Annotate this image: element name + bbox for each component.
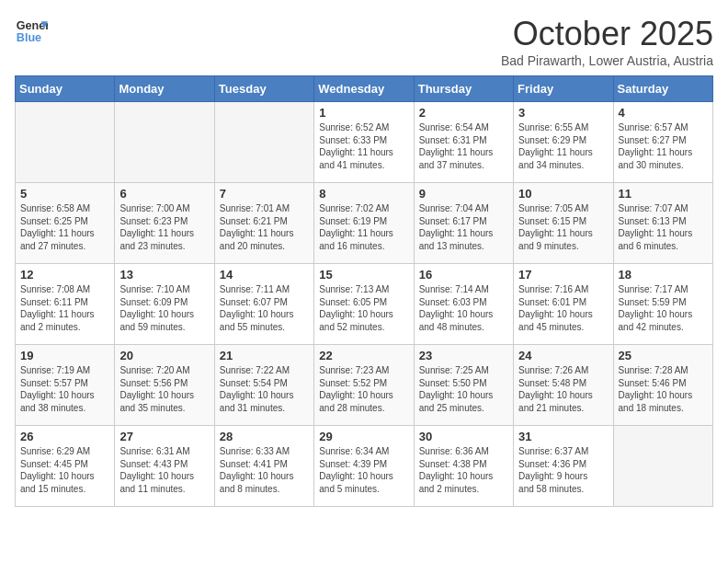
day-number: 27 xyxy=(119,430,209,443)
day-info: Sunrise: 7:17 AM Sunset: 5:59 PM Dayligh… xyxy=(619,283,708,333)
calendar-cell: 19Sunrise: 7:19 AM Sunset: 5:57 PM Dayli… xyxy=(16,345,115,426)
calendar-cell: 2Sunrise: 6:54 AM Sunset: 6:31 PM Daylig… xyxy=(414,102,513,183)
day-number: 12 xyxy=(20,268,109,282)
calendar-cell xyxy=(613,426,712,507)
calendar-cell: 25Sunrise: 7:28 AM Sunset: 5:46 PM Dayli… xyxy=(613,345,712,426)
calendar-cell: 17Sunrise: 7:16 AM Sunset: 6:01 PM Dayli… xyxy=(514,264,613,345)
day-number: 6 xyxy=(119,187,209,201)
calendar-cell xyxy=(214,102,313,183)
day-info: Sunrise: 6:34 AM Sunset: 4:39 PM Dayligh… xyxy=(319,445,408,495)
day-info: Sunrise: 6:58 AM Sunset: 6:25 PM Dayligh… xyxy=(20,202,109,252)
day-number: 20 xyxy=(119,349,209,362)
day-header-sunday: Sunday xyxy=(16,76,115,102)
day-number: 17 xyxy=(518,268,608,282)
calendar-cell: 22Sunrise: 7:23 AM Sunset: 5:52 PM Dayli… xyxy=(314,345,414,426)
title-block: October 2025 Bad Pirawarth, Lower Austri… xyxy=(501,15,713,68)
day-info: Sunrise: 6:31 AM Sunset: 4:43 PM Dayligh… xyxy=(119,445,209,495)
day-info: Sunrise: 7:07 AM Sunset: 6:13 PM Dayligh… xyxy=(619,202,708,252)
week-row-1: 1Sunrise: 6:52 AM Sunset: 6:33 PM Daylig… xyxy=(16,102,713,183)
day-info: Sunrise: 7:04 AM Sunset: 6:17 PM Dayligh… xyxy=(419,202,508,252)
day-info: Sunrise: 7:11 AM Sunset: 6:07 PM Dayligh… xyxy=(220,283,309,333)
day-number: 11 xyxy=(619,187,708,201)
calendar-cell: 16Sunrise: 7:14 AM Sunset: 6:03 PM Dayli… xyxy=(414,264,513,345)
day-number: 28 xyxy=(220,430,309,443)
day-info: Sunrise: 6:37 AM Sunset: 4:36 PM Dayligh… xyxy=(518,445,608,495)
day-info: Sunrise: 6:36 AM Sunset: 4:38 PM Dayligh… xyxy=(419,445,508,495)
day-number: 24 xyxy=(518,349,608,362)
day-number: 23 xyxy=(419,349,508,362)
day-number: 5 xyxy=(20,187,109,201)
logo-icon: General Blue xyxy=(15,15,48,48)
day-number: 22 xyxy=(319,349,408,362)
day-header-thursday: Thursday xyxy=(414,76,513,102)
day-number: 14 xyxy=(220,268,309,282)
calendar-cell: 26Sunrise: 6:29 AM Sunset: 4:45 PM Dayli… xyxy=(16,426,115,507)
calendar-cell: 20Sunrise: 7:20 AM Sunset: 5:56 PM Dayli… xyxy=(115,345,214,426)
day-header-monday: Monday xyxy=(115,76,214,102)
day-info: Sunrise: 7:05 AM Sunset: 6:15 PM Dayligh… xyxy=(518,202,608,252)
calendar-cell: 23Sunrise: 7:25 AM Sunset: 5:50 PM Dayli… xyxy=(414,345,513,426)
day-number: 31 xyxy=(518,430,608,443)
day-info: Sunrise: 7:10 AM Sunset: 6:09 PM Dayligh… xyxy=(119,283,209,333)
day-header-tuesday: Tuesday xyxy=(214,76,313,102)
day-number: 25 xyxy=(619,349,708,362)
calendar-cell: 15Sunrise: 7:13 AM Sunset: 6:05 PM Dayli… xyxy=(314,264,414,345)
calendar-cell: 1Sunrise: 6:52 AM Sunset: 6:33 PM Daylig… xyxy=(314,102,414,183)
calendar-cell xyxy=(16,102,115,183)
day-info: Sunrise: 7:22 AM Sunset: 5:54 PM Dayligh… xyxy=(220,364,309,414)
day-number: 9 xyxy=(419,187,508,201)
day-info: Sunrise: 7:16 AM Sunset: 6:01 PM Dayligh… xyxy=(518,283,608,333)
days-header-row: SundayMondayTuesdayWednesdayThursdayFrid… xyxy=(16,76,713,102)
calendar-cell xyxy=(115,102,214,183)
calendar-cell: 18Sunrise: 7:17 AM Sunset: 5:59 PM Dayli… xyxy=(613,264,712,345)
day-info: Sunrise: 7:19 AM Sunset: 5:57 PM Dayligh… xyxy=(20,364,109,414)
day-number: 8 xyxy=(319,187,408,201)
day-info: Sunrise: 7:20 AM Sunset: 5:56 PM Dayligh… xyxy=(119,364,209,414)
day-info: Sunrise: 7:08 AM Sunset: 6:11 PM Dayligh… xyxy=(20,283,109,333)
calendar-cell: 31Sunrise: 6:37 AM Sunset: 4:36 PM Dayli… xyxy=(514,426,613,507)
day-number: 2 xyxy=(419,106,508,120)
calendar-table: SundayMondayTuesdayWednesdayThursdayFrid… xyxy=(15,75,713,507)
calendar-cell: 27Sunrise: 6:31 AM Sunset: 4:43 PM Dayli… xyxy=(115,426,214,507)
calendar-cell: 12Sunrise: 7:08 AM Sunset: 6:11 PM Dayli… xyxy=(16,264,115,345)
day-info: Sunrise: 7:23 AM Sunset: 5:52 PM Dayligh… xyxy=(319,364,408,414)
page-header: General Blue October 2025 Bad Pirawarth,… xyxy=(15,15,713,68)
calendar-cell: 11Sunrise: 7:07 AM Sunset: 6:13 PM Dayli… xyxy=(613,183,712,264)
day-number: 1 xyxy=(319,106,408,120)
calendar-cell: 3Sunrise: 6:55 AM Sunset: 6:29 PM Daylig… xyxy=(514,102,613,183)
calendar-title: October 2025 xyxy=(501,15,713,53)
calendar-cell: 13Sunrise: 7:10 AM Sunset: 6:09 PM Dayli… xyxy=(115,264,214,345)
day-info: Sunrise: 6:55 AM Sunset: 6:29 PM Dayligh… xyxy=(518,121,608,171)
day-info: Sunrise: 6:57 AM Sunset: 6:27 PM Dayligh… xyxy=(619,121,708,171)
day-number: 26 xyxy=(20,430,109,443)
day-number: 15 xyxy=(319,268,408,282)
day-info: Sunrise: 7:01 AM Sunset: 6:21 PM Dayligh… xyxy=(220,202,309,252)
day-number: 30 xyxy=(419,430,508,443)
day-info: Sunrise: 7:28 AM Sunset: 5:46 PM Dayligh… xyxy=(619,364,708,414)
day-number: 18 xyxy=(619,268,708,282)
calendar-cell: 5Sunrise: 6:58 AM Sunset: 6:25 PM Daylig… xyxy=(16,183,115,264)
calendar-cell: 9Sunrise: 7:04 AM Sunset: 6:17 PM Daylig… xyxy=(414,183,513,264)
day-header-wednesday: Wednesday xyxy=(314,76,414,102)
day-number: 4 xyxy=(619,106,708,120)
calendar-cell: 7Sunrise: 7:01 AM Sunset: 6:21 PM Daylig… xyxy=(214,183,313,264)
day-info: Sunrise: 7:25 AM Sunset: 5:50 PM Dayligh… xyxy=(419,364,508,414)
day-info: Sunrise: 6:29 AM Sunset: 4:45 PM Dayligh… xyxy=(20,445,109,495)
day-info: Sunrise: 6:33 AM Sunset: 4:41 PM Dayligh… xyxy=(220,445,309,495)
calendar-cell: 6Sunrise: 7:00 AM Sunset: 6:23 PM Daylig… xyxy=(115,183,214,264)
day-number: 7 xyxy=(220,187,309,201)
day-number: 13 xyxy=(119,268,209,282)
calendar-cell: 21Sunrise: 7:22 AM Sunset: 5:54 PM Dayli… xyxy=(214,345,313,426)
day-info: Sunrise: 7:02 AM Sunset: 6:19 PM Dayligh… xyxy=(319,202,408,252)
calendar-cell: 14Sunrise: 7:11 AM Sunset: 6:07 PM Dayli… xyxy=(214,264,313,345)
day-number: 19 xyxy=(20,349,109,362)
day-number: 3 xyxy=(518,106,608,120)
logo: General Blue xyxy=(15,15,48,48)
calendar-cell: 10Sunrise: 7:05 AM Sunset: 6:15 PM Dayli… xyxy=(514,183,613,264)
day-number: 16 xyxy=(419,268,508,282)
calendar-cell: 8Sunrise: 7:02 AM Sunset: 6:19 PM Daylig… xyxy=(314,183,414,264)
day-info: Sunrise: 7:13 AM Sunset: 6:05 PM Dayligh… xyxy=(319,283,408,333)
day-header-friday: Friday xyxy=(514,76,613,102)
day-info: Sunrise: 6:52 AM Sunset: 6:33 PM Dayligh… xyxy=(319,121,408,171)
week-row-2: 5Sunrise: 6:58 AM Sunset: 6:25 PM Daylig… xyxy=(16,183,713,264)
